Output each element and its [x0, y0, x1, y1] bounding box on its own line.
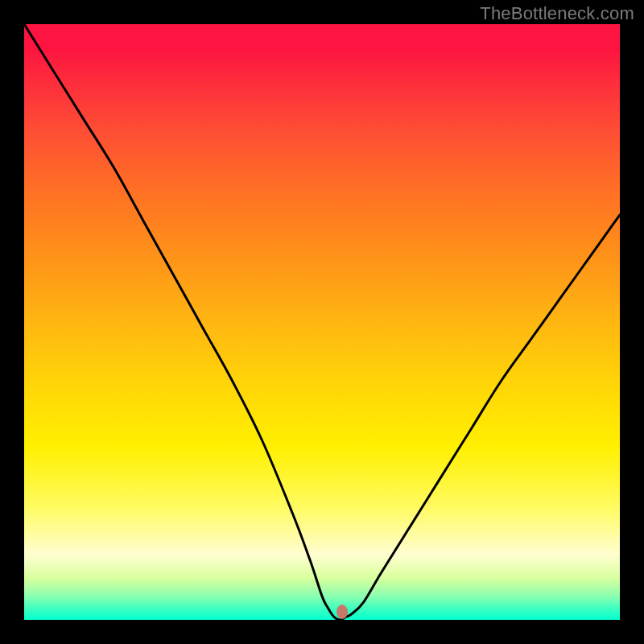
plot-area: [24, 24, 620, 620]
watermark-text: TheBottleneck.com: [480, 3, 634, 24]
chart-frame: TheBottleneck.com: [0, 0, 644, 644]
bottleneck-curve: [24, 24, 620, 620]
optimum-marker: [336, 605, 348, 619]
